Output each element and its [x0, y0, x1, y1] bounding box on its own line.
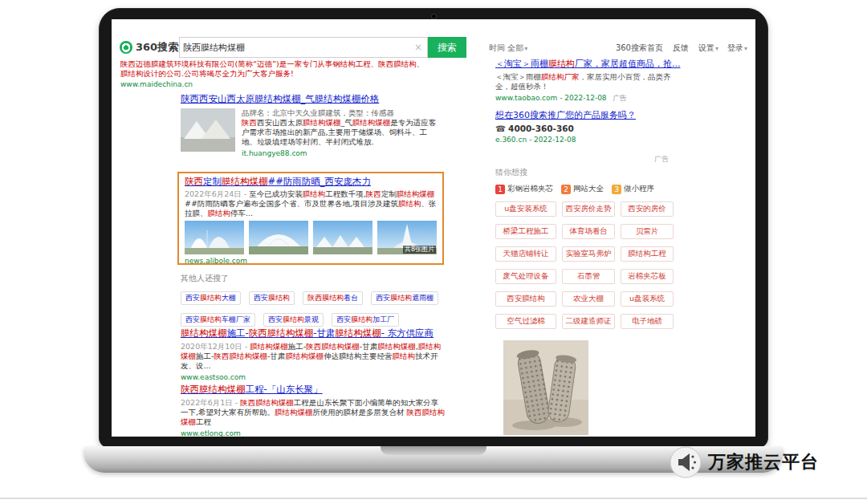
- suggested-tag[interactable]: 膜结构工程: [621, 246, 674, 262]
- chevron-down-icon: ▾: [744, 45, 747, 52]
- result-snippet: 2022年6月1日 - 陕西膜结构煤棚工程是山东长聚下面小编简单的知大家分享一下…: [181, 398, 446, 427]
- related-chip-group: 西安膜结构大棚 西安膜结构 陕西膜结构看台 西安膜结构遮雨棚 西安膜结构车棚厂家…: [181, 288, 450, 331]
- ad-taobao: ＜淘宝＞雨棚膜结构厂家，家居超值商品，抢... ＜淘宝＞雨棚膜结构厂家，家居实用…: [495, 58, 674, 104]
- suggested-tag[interactable]: 岩棉夹芯板: [621, 269, 674, 284]
- laptop-base-notch: [381, 446, 486, 455]
- phone-icon: ☎: [495, 124, 506, 133]
- top-link-login[interactable]: 登录▾: [727, 43, 747, 54]
- result-thumbnail-image[interactable]: [249, 221, 308, 254]
- result-snippet: 陕西迈德膜建筑环境科技有限公司(简称“迈德”)是一家专门从事钢结构工程、陕西膜结…: [120, 59, 427, 78]
- suggested-tag-grid: u盘安装系统 西安房价走势 西安的房价 桥梁工程施工 体育场看台 贝雷片 天猫店…: [495, 201, 677, 329]
- ad-url: www.taobao.com - 2022-12-08: [495, 94, 607, 102]
- rank-badge: 3: [612, 185, 621, 194]
- suggested-tag[interactable]: 空气过滤棉: [495, 314, 556, 329]
- suggested-searches-header: 猜你想搜: [495, 167, 677, 178]
- result-thumbnail-image[interactable]: 共8张图片: [377, 221, 437, 254]
- ad-description: ＜淘宝＞雨棚膜结构厂家，家居实用小百货，品类齐全，超值秒杀！: [495, 72, 674, 91]
- clear-icon[interactable]: ×: [409, 42, 427, 53]
- hot-search-row: 1彩钢岩棉夹芯 2网站大全 3做小程序: [495, 184, 677, 194]
- result-thumbnail-image[interactable]: [181, 108, 235, 152]
- result-meta: 品牌名：北京中天久业膜建筑，类型：传感器: [242, 108, 441, 118]
- top-link-feedback[interactable]: 反馈: [673, 43, 690, 54]
- laptop-camera-icon: [432, 14, 436, 18]
- search-result-eastsoo: 膜结构煤棚施工-陕西膜结构煤棚-甘肃膜结构煤棚- 东方供应商 2020年12月1…: [181, 327, 446, 381]
- suggested-tag[interactable]: 农业大棚: [562, 291, 615, 307]
- search-input[interactable]: [180, 43, 409, 53]
- hot-search-item[interactable]: 1彩钢岩棉夹芯: [495, 184, 553, 194]
- suggested-tag[interactable]: 西安房价走势: [562, 201, 615, 217]
- result-url: www.eastsoo.com: [181, 373, 446, 381]
- suggested-tag[interactable]: 石墨管: [562, 269, 615, 284]
- suggested-tag[interactable]: 二级建造师证: [562, 314, 615, 329]
- suggested-tag[interactable]: 桥梁工程施工: [495, 224, 556, 239]
- top-link-home[interactable]: 360搜索首页: [616, 43, 664, 54]
- search-result-partial: 陕西迈德膜建筑环境科技有限公司(简称“迈德”)是一家专门从事钢结构工程、陕西膜结…: [120, 59, 427, 88]
- result-date: 2022年6月24日 -: [185, 189, 249, 198]
- 360-logo-icon: [120, 41, 132, 54]
- result-title-link[interactable]: 陕西定制膜结构煤棚##防雨防晒_西安庞杰力: [185, 176, 437, 188]
- ad-title-link[interactable]: 想在360搜索推广您的产品服务吗？: [495, 109, 674, 121]
- related-searches: 其他人还搜了 西安膜结构大棚 西安膜结构 陕西膜结构看台 西安膜结构遮雨棚 西安…: [181, 273, 450, 331]
- ad-360-promo: 想在360搜索推广您的产品服务吗？ ☎4000-360-360 e.360.cn…: [495, 109, 674, 144]
- chevron-down-icon: ▾: [715, 45, 718, 52]
- hot-search-item[interactable]: 2网站大全: [561, 184, 604, 194]
- top-links: 360搜索首页 反馈 设置▾ 登录▾: [616, 43, 747, 54]
- result-title-link[interactable]: 陕西膜结构煤棚工程-「山东长聚」: [181, 384, 446, 396]
- search-button[interactable]: 搜索: [428, 37, 466, 58]
- result-thumbnail-image[interactable]: [313, 221, 372, 254]
- result-url: www.etlong.com: [181, 429, 446, 437]
- photo-count-badge: 共8张图片: [403, 246, 436, 254]
- chevron-down-icon: ▾: [524, 45, 527, 52]
- result-snippet: 陕西西安山西太原膜结构煤棚_气膜结构煤棚是专为适应客户需求市场推出的新产品,主要…: [242, 118, 441, 147]
- page-background: 360搜索 × 搜索 时间 全部▾ 360搜索首页 反馈 设置▾ 登录▾: [0, 0, 867, 504]
- ads-block-label: 广告: [654, 154, 669, 165]
- suggested-tag[interactable]: 西安的房价: [621, 201, 674, 217]
- ad-phone: ☎4000-360-360: [495, 124, 674, 133]
- 360-logo[interactable]: 360搜索: [120, 40, 178, 55]
- related-searches-header: 其他人还搜了: [181, 273, 450, 284]
- result-thumbnail-image[interactable]: [185, 221, 244, 254]
- related-chip[interactable]: 西安膜结构车棚厂家: [181, 313, 255, 327]
- suggested-tag[interactable]: 电子地磅: [621, 314, 674, 329]
- ad-tag: 广告: [613, 94, 627, 104]
- ad-title-link[interactable]: ＜淘宝＞雨棚膜结构厂家，家居超值商品，抢...: [495, 58, 674, 70]
- suggested-tag[interactable]: 体育场看台: [562, 224, 615, 239]
- related-chip[interactable]: 西安膜结构: [249, 291, 295, 305]
- result-url: it.huangye88.com: [242, 149, 441, 157]
- related-chip[interactable]: 西安膜结构大棚: [181, 291, 241, 305]
- watermark-text: 万家推云平台: [708, 450, 819, 474]
- time-filter[interactable]: 时间 全部▾: [489, 43, 527, 54]
- related-chip[interactable]: 陕西膜结构看台: [303, 291, 363, 305]
- hot-search-item[interactable]: 3做小程序: [612, 184, 654, 194]
- result-date: 2022年6月1日 -: [181, 398, 240, 407]
- suggested-tag[interactable]: u盘装系统: [621, 291, 674, 307]
- suggested-searches: 猜你想搜 1彩钢岩棉夹芯 2网站大全 3做小程序 u盘安装系统 西安房价走势 西…: [495, 167, 677, 329]
- search-result-etlong: 陕西膜结构煤棚工程-「山东长聚」 2022年6月1日 - 陕西膜结构煤棚工程是山…: [181, 384, 446, 437]
- related-chip[interactable]: 西安膜结构加工厂: [332, 313, 399, 327]
- related-chip[interactable]: 西安膜结构景观: [263, 313, 324, 327]
- result-title-link[interactable]: 陕西西安山西太原膜结构煤棚_气膜结构煤棚价格: [181, 93, 442, 105]
- result-snippet: 2020年12月10日 - 膜结构煤棚施工-陕西膜结构煤棚-甘肃膜结构煤棚,膜结…: [181, 342, 446, 371]
- suggested-tag[interactable]: u盘安装系统: [495, 201, 556, 217]
- desk-edge-line: [0, 498, 867, 499]
- search-result-huangye: 陕西西安山西太原膜结构煤棚_气膜结构煤棚价格 品牌名：北京中天久业膜建筑，类型：…: [181, 93, 442, 157]
- result-url: www.maidechina.cn: [120, 80, 427, 88]
- ad-url: e.360.cn - 2022-12-08: [495, 136, 674, 144]
- suggested-tag[interactable]: 实验室马弗炉: [562, 246, 615, 262]
- search-result-highlighted: 陕西定制膜结构煤棚##防雨防晒_西安庞杰力 2022年6月24日 - 至今已成功…: [177, 172, 444, 265]
- result-thumbnail-strip: 共8张图片: [185, 221, 437, 254]
- product-photo[interactable]: [503, 340, 588, 435]
- suggested-tag[interactable]: 天猫店铺转让: [495, 246, 556, 262]
- time-filter-label: 时间: [489, 43, 505, 52]
- top-link-settings[interactable]: 设置▾: [698, 43, 718, 54]
- suggested-tag[interactable]: 贝雷片: [621, 224, 674, 239]
- suggested-tag[interactable]: 废气处理设备: [495, 269, 556, 284]
- suggested-tag[interactable]: 西安膜结构: [495, 291, 556, 307]
- result-snippet: 2022年6月24日 - 至今已成功安装膜结构工程数千项,陕西定制膜结构煤棚##…: [185, 189, 437, 218]
- rank-badge: 1: [495, 185, 505, 194]
- watermark: 万家推云平台: [670, 446, 819, 478]
- result-date: 2020年12月10日 -: [181, 342, 250, 351]
- result-title-link[interactable]: 膜结构煤棚施工-陕西膜结构煤棚-甘肃膜结构煤棚- 东方供应商: [181, 327, 446, 339]
- rank-badge: 2: [561, 185, 571, 194]
- related-chip[interactable]: 西安膜结构遮雨棚: [371, 291, 438, 305]
